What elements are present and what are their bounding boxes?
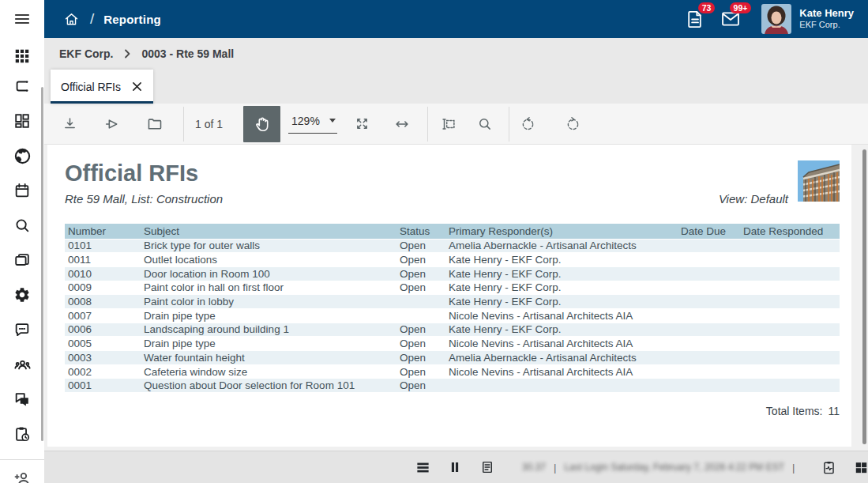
hand-tool-icon — [252, 114, 272, 134]
cell-date-responded — [740, 323, 840, 337]
toolbar-separator — [427, 107, 428, 142]
statusbar-right — [852, 458, 868, 476]
sidebar-item-tasks[interactable] — [13, 425, 32, 443]
document-notifications-button[interactable]: 73 — [682, 7, 706, 31]
cell-date-responded — [740, 364, 840, 379]
calendar-icon — [13, 182, 31, 199]
avatar[interactable] — [761, 4, 791, 34]
zoom-level: 129% — [291, 115, 320, 127]
sidebar-item-people[interactable] — [13, 355, 32, 374]
select-text-button[interactable] — [434, 110, 463, 138]
download-button[interactable] — [55, 110, 84, 138]
sidebar-item-workflow[interactable] — [13, 77, 32, 96]
main-area: EKF Corp. 0003 - Rte 59 Mall Official RF… — [44, 38, 868, 483]
sidebar-scrollbar[interactable] — [41, 87, 43, 441]
hand-tool-button[interactable] — [243, 106, 280, 142]
cell-status: Open — [396, 379, 445, 393]
search-document-button[interactable] — [471, 110, 499, 138]
zoom-dropdown[interactable]: 129% — [288, 115, 337, 134]
sidebar-item-chat[interactable] — [13, 390, 32, 409]
page-title: Reporting — [103, 13, 161, 26]
cell-subject: Question about Door selection for Room 1… — [141, 379, 396, 393]
cell-subject: Water fountain height — [141, 351, 396, 365]
cell-subject: Drain pipe type — [141, 337, 396, 351]
cell-status: Open — [396, 337, 445, 351]
sidebar-item-globe[interactable] — [13, 146, 32, 165]
fit-width-icon — [393, 115, 411, 133]
chevron-right-icon — [123, 49, 131, 58]
sidebar-item-dashboard[interactable] — [13, 111, 32, 130]
table-row: 0001 Question about Door selection for R… — [65, 379, 840, 393]
rotate-cw-button[interactable] — [559, 110, 588, 138]
hamburger-menu-button[interactable] — [0, 0, 44, 38]
cell-date-due — [678, 351, 740, 365]
fit-width-button[interactable] — [388, 110, 416, 138]
sidebar-item-search[interactable] — [13, 216, 32, 235]
mail-badge: 99+ — [730, 2, 752, 13]
people-icon — [13, 356, 32, 374]
activity-log-button[interactable] — [820, 458, 837, 476]
cell-status: Open — [396, 281, 445, 295]
search-icon — [13, 217, 31, 234]
windows-start-button[interactable] — [852, 458, 868, 476]
breadcrumb-company[interactable]: EKF Corp. — [59, 47, 113, 60]
cell-date-due — [678, 308, 740, 323]
cell-date-responded — [740, 266, 840, 281]
cell-date-due — [678, 337, 740, 351]
sidebar-item-comments[interactable] — [13, 320, 32, 339]
user-company: EKF Corp. — [799, 20, 854, 31]
sidebar-item-settings[interactable] — [13, 285, 32, 304]
pause-button[interactable] — [446, 458, 464, 476]
cell-status — [396, 308, 445, 323]
total-items: Total Items: 11 — [766, 405, 840, 417]
cell-responder: Amelia Abernackle - Artisanal Architects — [445, 239, 678, 253]
top-bar: / Reporting 73 99+ — [0, 0, 868, 38]
cell-number: 0002 — [65, 364, 141, 379]
sidebar-item-calendar[interactable] — [13, 181, 32, 200]
cell-subject: Brick type for outer walls — [141, 239, 396, 253]
fullscreen-button[interactable] — [348, 110, 377, 138]
table-row: 0009 Paint color in hall on first floor … — [65, 281, 840, 295]
total-items-value: 11 — [828, 405, 840, 417]
folders-icon — [13, 251, 31, 269]
sidebar-item-add-person[interactable] — [13, 469, 32, 483]
blurred-status-value: 30.37 — [522, 462, 546, 473]
table-row: 0010 Door location in Room 100 Open Kate… — [65, 266, 840, 281]
print-button[interactable] — [98, 110, 126, 138]
sidebar-item-documents[interactable] — [13, 251, 32, 270]
tab-official-rfis[interactable]: Official RFIs — [51, 70, 153, 104]
home-icon — [63, 11, 80, 28]
cell-subject: Paint color in lobby — [141, 295, 396, 309]
document-title: Official RFIs — [65, 160, 198, 187]
apps-grid-icon — [13, 47, 31, 65]
cell-subject: Drain pipe type — [141, 308, 396, 323]
viewer-scrollbar[interactable] — [862, 149, 866, 444]
document-page: Official RFIs Rte 59 Mall, List: Constru… — [47, 145, 851, 447]
cell-number: 0003 — [65, 351, 141, 365]
folder-open-icon — [146, 115, 163, 133]
document-log-button[interactable] — [479, 458, 496, 476]
rotate-ccw-button[interactable] — [514, 110, 543, 138]
home-button[interactable] — [60, 8, 82, 30]
cell-responder: Amelia Abernackle - Artisanal Architects — [445, 351, 678, 365]
cell-status: Open — [396, 351, 445, 365]
viewer-toolbar: 1 of 1 129% — [44, 104, 868, 145]
cell-date-due — [678, 239, 740, 253]
cell-responder: Kate Henry - EKF Corp. — [445, 323, 678, 337]
user-block[interactable]: Kate Henry EKF Corp. — [799, 7, 854, 31]
open-file-button[interactable] — [141, 110, 169, 138]
left-sidebar — [0, 38, 44, 483]
globe-icon — [13, 147, 32, 165]
sidebar-item-apps[interactable] — [13, 47, 32, 66]
slash-divider: / — [90, 10, 94, 28]
menu-rows-button[interactable] — [414, 458, 431, 476]
cell-responder: Kate Henry - EKF Corp. — [445, 281, 678, 295]
chat-icon — [13, 391, 31, 408]
comment-icon — [13, 321, 31, 338]
close-tab-button[interactable] — [130, 81, 143, 93]
col-header-date-due: Date Due — [678, 224, 740, 239]
col-header-number: Number — [65, 224, 141, 239]
breadcrumb-project[interactable]: 0003 - Rte 59 Mall — [141, 47, 234, 60]
gear-icon — [13, 286, 31, 304]
mail-notifications-button[interactable]: 99+ — [719, 7, 742, 31]
